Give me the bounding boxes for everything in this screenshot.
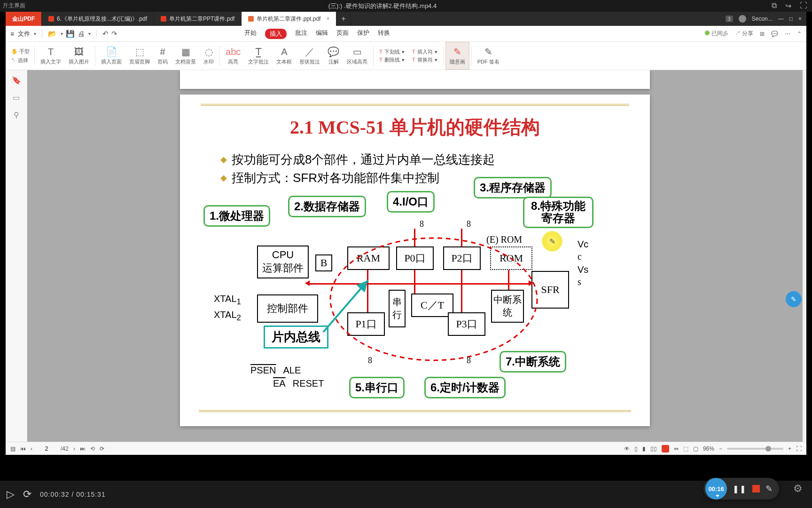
record-draw-icon[interactable]: ✎ — [765, 484, 773, 494]
outline-icon[interactable]: ▤ — [10, 445, 16, 452]
next-page-icon[interactable]: › — [73, 445, 75, 452]
rb-textbox[interactable]: A文本框 — [273, 42, 296, 70]
fit-page-icon[interactable]: ⬚ — [683, 445, 688, 452]
thumbnails-icon[interactable]: ▭ — [13, 93, 20, 102]
rb-header-footer[interactable]: ⬚页眉页脚 — [125, 42, 154, 70]
maximize-icon[interactable]: □ — [789, 16, 793, 22]
zoom-slider[interactable] — [727, 448, 783, 450]
view-two-icon[interactable]: ▯▯ — [650, 445, 657, 452]
fit-width-icon[interactable]: ⇔ — [674, 445, 679, 452]
tool-hand[interactable]: ✋ 手型 — [11, 48, 30, 55]
record-timer[interactable]: 00:16 — [705, 478, 727, 500]
prev-page-icon[interactable]: ‹ — [31, 445, 32, 452]
first-page-icon[interactable]: ⏮ — [20, 445, 26, 452]
rb-watermark[interactable]: ◌水印 — [200, 42, 218, 70]
collapse-ribbon-icon[interactable]: ⌃ — [797, 31, 802, 37]
rb-area-hl[interactable]: ▭区域高亮 — [343, 42, 371, 70]
assistant-float-icon[interactable]: ✎ — [786, 291, 802, 307]
box-ct: C／T — [411, 294, 453, 317]
user-avatar-icon[interactable] — [739, 15, 746, 23]
close-tab-icon[interactable]: × — [326, 16, 329, 22]
rotate-left-icon[interactable]: ⟲ — [90, 445, 95, 452]
present-icon[interactable] — [662, 445, 669, 452]
zoom-in-icon[interactable]: + — [788, 445, 791, 452]
rb-text-annot[interactable]: T̲文字批注 — [244, 42, 273, 70]
minimize-icon[interactable]: — — [778, 16, 784, 22]
loop-icon[interactable]: ⟳ — [23, 488, 31, 500]
rb-page-num[interactable]: #页码 — [154, 42, 172, 70]
rb-ins-image[interactable]: 🖼插入图片 — [65, 42, 93, 70]
menu-protect[interactable]: 保护 — [357, 29, 369, 39]
rb-doc-bg[interactable]: ▦文档背景 — [172, 42, 200, 70]
sync-status[interactable]: 已同步 — [705, 30, 728, 38]
rotate-right-icon[interactable]: ⟳ — [100, 445, 104, 452]
brand-tab[interactable]: 金山PDF — [6, 12, 42, 26]
menu-insert-active[interactable]: 插入 — [265, 29, 287, 39]
record-settings-icon[interactable]: ⚙ — [793, 483, 803, 495]
rb-shape[interactable]: ／形状批注 — [296, 42, 324, 70]
screen-record-widget[interactable]: 00:16 ❚❚ ✎ — [703, 478, 779, 500]
label-psen: PSEN ALE — [250, 365, 301, 376]
more-icon[interactable]: ⋯ — [785, 31, 790, 37]
chat-icon[interactable]: 💬 — [771, 31, 778, 37]
page-input[interactable] — [37, 445, 56, 452]
view-single-icon[interactable]: ▯ — [634, 445, 638, 452]
record-pause-icon[interactable]: ❚❚ — [733, 484, 747, 493]
vertical-scrollbar[interactable] — [803, 70, 806, 442]
rb-freedraw-active[interactable]: ✎随意画 — [445, 42, 469, 70]
pdf-icon — [48, 16, 54, 22]
play-pause-icon[interactable]: ▷ — [7, 488, 15, 500]
zoom-value[interactable]: 96% — [703, 445, 714, 452]
tab-0[interactable]: 6.《单片机原理及接...术(汇编)》.pdf — [42, 12, 154, 26]
add-tab-button[interactable]: + — [336, 12, 351, 26]
expand-icon[interactable]: ⛶ — [800, 1, 807, 10]
rb-highlight[interactable]: abc高亮 — [222, 42, 244, 70]
rb-replace[interactable]: T 替换符 ▾ — [412, 56, 437, 64]
close-window-icon[interactable]: × — [798, 16, 802, 22]
menu-convert[interactable]: 转换 — [378, 29, 390, 39]
eye-icon[interactable]: 👁 — [624, 445, 630, 452]
pip-icon[interactable]: ⧉ — [772, 1, 777, 10]
undo-icon[interactable]: ↶ — [102, 30, 109, 38]
last-page-icon[interactable]: ⏭ — [80, 445, 86, 452]
rb-ins-page[interactable]: 📄插入页面 — [97, 42, 125, 70]
menu-edit[interactable]: 编辑 — [316, 29, 328, 39]
save-icon[interactable]: 💾 — [66, 30, 75, 38]
box-p0: P0口 — [396, 246, 434, 270]
bookmark-icon[interactable]: 🔖 — [12, 76, 21, 85]
video-time: 00:00:32 / 00:15:31 — [40, 491, 106, 498]
window-badge[interactable]: 3 — [726, 16, 733, 22]
menu-page[interactable]: 页面 — [336, 29, 349, 39]
rb-pdf-sign[interactable]: ✎PDF 签名 — [474, 42, 503, 70]
rb-annot[interactable]: 💬注解 — [324, 42, 343, 70]
rb-ins-sym[interactable]: T 插入符 ▾ — [412, 48, 437, 56]
rb-underline[interactable]: T 下划线 ▾ — [379, 48, 405, 56]
tab-2-active[interactable]: 单片机第二章课件.ppt.pdf× — [242, 12, 336, 26]
menu-annot[interactable]: 批注 — [295, 29, 307, 39]
grid-view-icon[interactable]: ⊞ — [760, 31, 765, 37]
hamburger-icon[interactable]: ≡ — [10, 30, 14, 38]
file-menu[interactable]: 文件 — [18, 30, 30, 38]
slide-page: 2.1 MCS-51 单片机的硬件结构 ✎ ◆按功能可分成8个部件，通过片内单一… — [180, 95, 650, 426]
bullet-list: ◆按功能可分成8个部件，通过片内单一总线连接起 ◆挃制方式：SFR对各功能部件集… — [220, 151, 636, 186]
fullscreen-icon[interactable]: ⛶ — [796, 445, 802, 452]
share-button[interactable]: ↗ 分享 — [735, 30, 753, 38]
open-icon[interactable]: 📂 — [48, 30, 57, 38]
page-canvas[interactable]: 2.1 MCS-51 单片机的硬件结构 ✎ ◆按功能可分成8个部件，通过片内单一… — [27, 70, 803, 442]
redo-icon[interactable]: ↷ — [111, 30, 117, 38]
print-icon[interactable]: 🖨 — [78, 30, 85, 38]
rb-ins-text[interactable]: T插入文字 — [37, 42, 65, 70]
user-name[interactable]: Secon... — [752, 16, 773, 22]
label-vss: Vs — [578, 264, 588, 275]
tab-1[interactable]: 单片机第二章PPT课件.pdf — [154, 12, 242, 26]
tool-select[interactable]: ↖ 选择 — [11, 57, 30, 64]
attachments-icon[interactable]: ⚲ — [14, 111, 19, 119]
rb-strike[interactable]: T 删除线 ▾ — [379, 56, 405, 64]
player-corner-label: 斤主界面 — [0, 2, 28, 10]
view-cont-icon[interactable]: ▮ — [642, 445, 646, 452]
forward-icon[interactable]: ↪ — [785, 1, 791, 10]
actual-size-icon[interactable]: ▢ — [693, 445, 698, 452]
record-stop-icon[interactable] — [752, 485, 760, 492]
zoom-out-icon[interactable]: − — [719, 445, 722, 452]
menu-start[interactable]: 开始 — [244, 29, 257, 39]
